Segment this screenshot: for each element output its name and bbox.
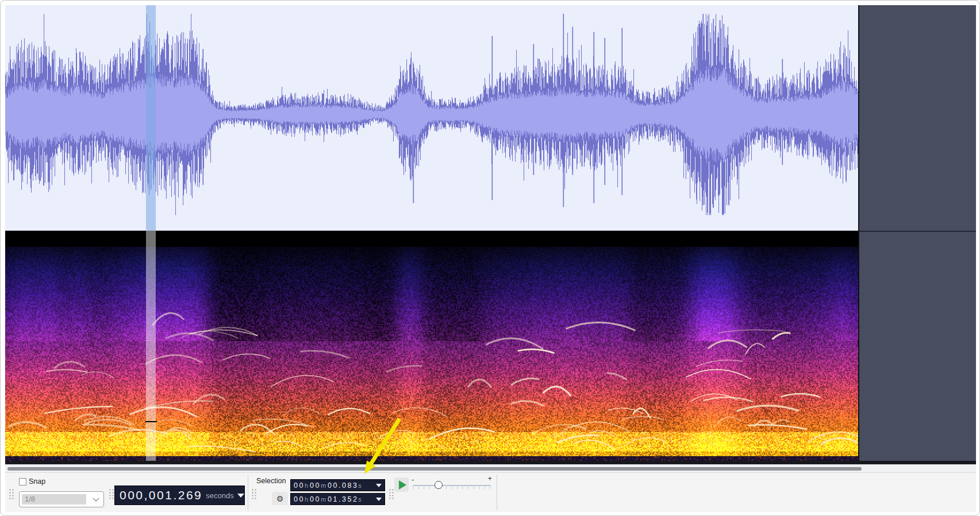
selection-start-seconds: 00.083 [328,481,358,490]
toolbar-divider [497,475,497,510]
dropdown-caret-icon[interactable] [237,494,244,498]
snap-grid-combobox[interactable]: 1/8 [19,491,104,507]
selection-end-field[interactable]: 00h 00m 01.352s [290,493,385,505]
audio-position-value: 000,001.269 [120,488,202,502]
toolbar-divider [248,475,248,510]
selection-end-hours: 00 [294,495,305,503]
dropdown-caret-icon[interactable] [376,484,382,487]
playback-speed-slider[interactable]: - + [412,476,492,496]
speed-minus-label: - [412,475,414,484]
snap-grid-value: 1/8 [25,495,35,503]
snap-label: Snap [29,477,45,486]
minutes-unit-label: m [321,496,326,503]
track-dock-background [858,5,976,461]
play-at-speed-button[interactable] [394,477,409,492]
selection-start-minutes: 00 [310,481,321,490]
horizontal-scrollbar[interactable] [5,464,976,472]
waveform-track[interactable] [5,5,858,231]
audio-position-display[interactable]: 000,001.269 seconds [114,486,245,505]
selection-end-seconds: 01.352 [328,495,358,503]
seconds-unit-label: s [358,496,362,503]
slider-track[interactable] [413,485,491,486]
play-icon [399,480,406,490]
spectrogram-track[interactable] [5,231,858,461]
slider-thumb[interactable] [435,481,443,489]
selection-highlight-waveform [146,5,156,231]
bottom-toolbar-dock: Snap 1/8 000,001.269 seconds Selection ⚙… [5,472,976,512]
selection-settings-button[interactable]: ⚙ [272,492,288,505]
toolbar-grip-handle[interactable] [9,488,14,500]
gear-icon: ⚙ [276,494,284,503]
toolbar-grip-handle[interactable] [109,488,114,500]
seconds-unit-label: s [358,482,362,489]
toolbar-grip-handle[interactable] [251,488,257,500]
toolbar-grip-handle[interactable] [389,488,394,500]
chevron-down-icon[interactable] [93,498,99,502]
audio-position-unit: seconds [206,491,233,500]
slider-ticks [413,487,491,489]
hours-unit-label: h [305,482,308,489]
hours-unit-label: h [305,496,308,503]
selection-start-field[interactable]: 00h 00m 00.083s [290,479,385,491]
speed-plus-label: + [487,474,492,483]
audacity-window: Snap 1/8 000,001.269 seconds Selection ⚙… [0,0,980,516]
selection-label: Selection [256,477,286,485]
tracks-area [5,5,976,461]
track-divider [859,231,976,232]
selection-end-minutes: 00 [310,495,321,503]
spectral-selection-center-line [145,421,157,422]
app-content: Snap 1/8 000,001.269 seconds Selection ⚙… [5,5,976,512]
snap-checkbox[interactable] [19,478,26,486]
dropdown-caret-icon[interactable] [376,498,382,501]
minutes-unit-label: m [321,482,326,489]
horizontal-scrollbar-thumb[interactable] [7,467,862,471]
selection-highlight-spectrogram [146,231,156,461]
selection-start-hours: 00 [294,481,305,490]
